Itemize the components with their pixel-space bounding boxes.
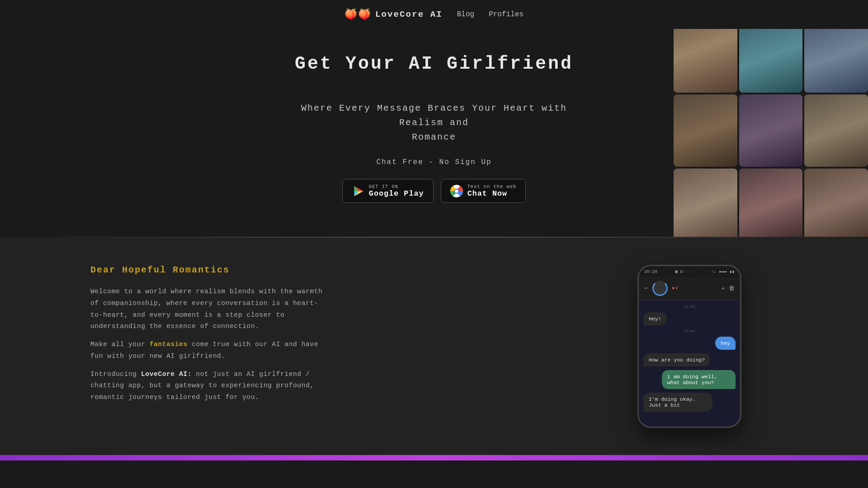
photo-card-1	[674, 29, 737, 93]
google-play-text: GET IT ON Google Play	[369, 184, 424, 198]
chat-bubble-left-2: How are you doing?	[643, 353, 710, 366]
phone-mockup: 20:20 ▣ ⊡ ··· ↑↓ ▰▰▰ ▮▮ ← ♥2 ＋ 🗑 11:13 H	[637, 265, 741, 428]
chat-now-top: Text on the web	[467, 184, 517, 189]
google-play-icon	[352, 185, 364, 197]
photo-collage	[674, 29, 868, 237]
chrome-icon	[450, 185, 463, 197]
google-play-button[interactable]: GET IT ON Google Play	[342, 179, 434, 203]
chat-bubble-left-1: Hey!	[643, 312, 667, 325]
content-para-1: Welcome to a world where realism blends …	[90, 286, 326, 333]
phone-chat-header: ← ♥2 ＋ 🗑	[639, 277, 740, 300]
logo-text: LoveCore AI	[375, 9, 443, 19]
phone-icon-1[interactable]: ＋	[720, 285, 726, 292]
chat-now-text: Text on the web Chat Now	[467, 184, 517, 198]
photo-card-5	[739, 94, 803, 167]
photo-card-4	[674, 94, 737, 167]
nav-link-profiles[interactable]: Profiles	[489, 10, 524, 19]
content-section: Dear Hopeful Romantics Welcome to a worl…	[0, 238, 868, 455]
photo-card-3	[804, 29, 868, 93]
phone-status-right: ↑↓ ▰▰▰ ▮▮	[711, 269, 735, 274]
google-play-get-it-on: GET IT ON	[369, 184, 424, 189]
phone-chat-icons: ＋ 🗑	[720, 285, 735, 292]
hero-section: Get Your AI Girlfriend Where Every Messa…	[0, 29, 868, 237]
svg-point-8	[455, 189, 458, 192]
photo-card-9	[804, 169, 868, 237]
hero-cta-text: Chat Free - No Sign Up	[376, 158, 491, 166]
chat-bubble-left-3: I'm doing okay. Just a bit	[643, 393, 712, 412]
photo-card-6	[804, 94, 868, 167]
bottom-bar	[0, 455, 868, 460]
phone-mockup-container: 20:20 ▣ ⊡ ··· ↑↓ ▰▰▰ ▮▮ ← ♥2 ＋ 🗑 11:13 H	[637, 265, 741, 428]
logo-emoji: 🍑🍑	[344, 8, 372, 21]
para3-brand: LoveCore AI:	[141, 371, 192, 378]
phone-status-icons: ▣ ⊡ ···	[675, 269, 693, 274]
cta-buttons: GET IT ON Google Play Text on the web Ch…	[342, 179, 526, 203]
google-play-label: Google Play	[369, 189, 424, 198]
photo-card-8	[739, 169, 803, 237]
content-heading: Dear Hopeful Romantics	[90, 265, 326, 275]
photo-card-7	[674, 169, 737, 237]
hero-title: Get Your AI Girlfriend	[295, 54, 573, 74]
chat-now-button[interactable]: Text on the web Chat Now	[441, 179, 526, 203]
para3-prefix: Introducing	[90, 371, 141, 378]
phone-avatar	[652, 281, 668, 296]
navigation: 🍑🍑 LoveCore AI Blog Profiles	[0, 0, 868, 29]
content-para-2: Make all your fantasies come true with o…	[90, 339, 326, 362]
phone-icon-2[interactable]: 🗑	[729, 285, 735, 292]
nav-link-blog[interactable]: Blog	[457, 10, 474, 19]
para2-highlight: fantasies	[150, 341, 188, 348]
logo[interactable]: 🍑🍑 LoveCore AI	[344, 8, 443, 21]
chat-bubble-right-1: hey	[715, 337, 736, 350]
content-left: Dear Hopeful Romantics Welcome to a worl…	[90, 265, 326, 410]
hero-subtitle: Where Every Message Braces Your Heart wi…	[276, 101, 592, 145]
chat-timestamp-2: 11:14	[643, 329, 736, 333]
photo-card-2	[739, 29, 803, 93]
para2-prefix: Make all your	[90, 341, 150, 348]
chat-now-label: Chat Now	[467, 189, 517, 198]
chat-bubble-right-2: i am doing well, what about you?	[662, 370, 736, 389]
content-para-3: Introducing LoveCore AI: not just an AI …	[90, 369, 326, 404]
chat-timestamp-1: 11:13	[643, 305, 736, 309]
phone-back-icon[interactable]: ←	[644, 284, 649, 292]
phone-chat-body: 11:13 Hey! 11:14 hey How are you doing? …	[639, 300, 740, 427]
phone-time: 20:20	[644, 269, 657, 274]
phone-heart-count: ♥2	[672, 286, 678, 291]
phone-status-bar: 20:20 ▣ ⊡ ··· ↑↓ ▰▰▰ ▮▮	[639, 266, 740, 277]
